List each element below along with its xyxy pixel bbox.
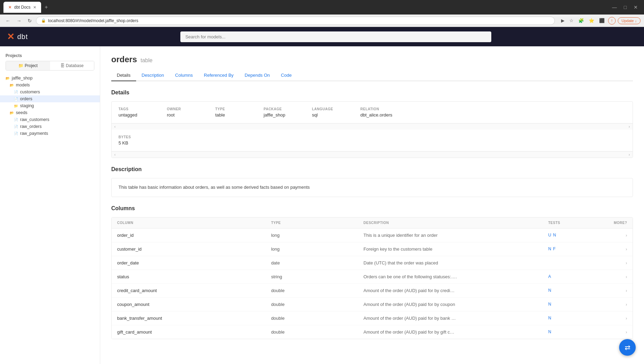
scroll-left-arrow-1[interactable]: ‹ <box>114 125 115 129</box>
cell-more-customer-id[interactable]: › <box>610 246 627 252</box>
lock-icon: 🔒 <box>41 18 46 23</box>
scroll-right-arrow-2[interactable]: › <box>629 153 630 157</box>
cell-type-order-id: long <box>271 233 363 238</box>
cell-desc-gift-card-amount: Amount of the order (AUD) paid for by gi… <box>363 329 548 335</box>
tab-close-button[interactable]: ✕ <box>33 5 36 10</box>
tab-favicon: ✕ <box>8 5 11 10</box>
tree-label-orders: orders <box>20 96 32 101</box>
new-tab-button[interactable]: + <box>42 3 50 12</box>
tree-item-orders[interactable]: 📄 orders <box>0 95 100 102</box>
tree-label-customers: customers <box>20 90 40 94</box>
minimize-button[interactable]: — <box>609 3 620 11</box>
chevron-right-icon: › <box>626 233 627 238</box>
chevron-right-icon: › <box>626 302 627 307</box>
cell-more-coupon-amount[interactable]: › <box>610 302 627 307</box>
scroll-indicator-2: ‹ › <box>112 151 633 158</box>
folder-icon: 📁 <box>18 63 23 68</box>
tree-item-customers[interactable]: 📄 customers <box>0 88 100 95</box>
details-row-2: BYTES 5 KB <box>112 130 633 151</box>
main-layout: Projects 📁 Project 🗄 Database 📂 jaffle_s… <box>0 46 644 364</box>
tab-project-label: Project <box>25 63 38 68</box>
tree-item-jaffle-shop[interactable]: 📂 jaffle_shop <box>0 75 100 82</box>
detail-type-label: TYPE <box>215 107 243 111</box>
extensions-button[interactable]: 🧩 <box>577 17 585 25</box>
bookmark-star-button[interactable]: ☆ <box>568 17 575 25</box>
tree-item-raw-payments[interactable]: 📄 raw_payments <box>0 130 100 137</box>
cell-more-order-date[interactable]: › <box>610 260 627 265</box>
cell-column-order-id: order_id <box>117 233 271 238</box>
close-window-button[interactable]: ✕ <box>631 3 641 11</box>
cell-type-order-date: date <box>271 260 363 265</box>
columns-table: COLUMN TYPE DESCRIPTION TESTS MORE? orde… <box>111 217 633 339</box>
cell-desc-status: Orders can be one of the following statu… <box>363 274 548 279</box>
profile-button[interactable]: ⭐ <box>587 17 596 25</box>
restore-button[interactable]: □ <box>621 3 629 11</box>
logo: ✕ dbt <box>7 31 28 42</box>
logo-text: dbt <box>17 33 28 41</box>
chevron-right-icon: › <box>626 261 627 265</box>
table-row: credit_card_amount double Amount of the … <box>112 284 633 298</box>
tab-project[interactable]: 📁 Project <box>6 61 50 70</box>
detail-package-value: jaffle_shop <box>264 112 291 118</box>
cell-column-gift-card-amount: gift_card_amount <box>117 329 271 335</box>
tab-description[interactable]: Description <box>136 70 170 81</box>
cell-more-bank-transfer-amount[interactable]: › <box>610 316 627 321</box>
update-button[interactable]: Update ↓ <box>618 17 641 24</box>
description-card: This table has basic information about o… <box>111 178 633 197</box>
tab-code[interactable]: Code <box>275 70 297 81</box>
address-bar[interactable]: 🔒 localhost:8080/#!/model/model.jaffle_s… <box>36 17 555 25</box>
cast-button[interactable]: ▶ <box>560 17 566 25</box>
tree-item-raw-customers[interactable]: 📄 raw_customers <box>0 116 100 123</box>
detail-type: TYPE table <box>215 107 243 118</box>
file-icon: 📄 <box>14 132 18 136</box>
tree-item-seeds[interactable]: 📂 seeds <box>0 109 100 116</box>
sidebar-toggle-button[interactable]: ⬛ <box>598 17 606 25</box>
lineage-icon: ⇄ <box>625 343 631 352</box>
file-tree: 📂 jaffle_shop 📂 models 📄 customers 📄 ord… <box>0 75 100 137</box>
file-icon: 📄 <box>14 90 18 94</box>
scroll-indicator-1: ‹ › <box>112 123 633 130</box>
lineage-fab[interactable]: ⇄ <box>619 339 636 356</box>
scroll-left-arrow-2[interactable]: ‹ <box>114 153 115 157</box>
cell-more-status[interactable]: › <box>610 274 627 279</box>
details-row-1: TAGS untagged OWNER root TYPE table PA <box>112 102 633 123</box>
forward-button[interactable]: → <box>15 17 23 25</box>
cell-tests-customer-id: N F <box>548 246 610 251</box>
scroll-right-arrow-1[interactable]: › <box>629 125 630 129</box>
cell-more-gift-card-amount[interactable]: › <box>610 329 627 335</box>
description-text: This table has basic information about o… <box>119 185 310 190</box>
tab-depends-on[interactable]: Depends On <box>239 70 275 81</box>
tab-database[interactable]: 🗄 Database <box>50 61 94 70</box>
cell-more-credit-card-amount[interactable]: › <box>610 288 627 293</box>
tree-label-raw-customers: raw_customers <box>20 117 49 122</box>
active-tab[interactable]: ✕ dbt Docs ✕ <box>3 2 41 13</box>
tree-item-raw-orders[interactable]: 📄 raw_orders <box>0 123 100 130</box>
tab-referenced-by[interactable]: Referenced By <box>198 70 239 81</box>
tree-label-staging: staging <box>20 103 34 108</box>
detail-owner: OWNER root <box>167 107 195 118</box>
account-button[interactable]: ! <box>608 17 616 25</box>
cell-desc-credit-card-amount: Amount of the order (AUD) paid for by cr… <box>363 288 548 293</box>
tab-details[interactable]: Details <box>111 70 136 81</box>
tab-bar: ✕ dbt Docs ✕ + <box>3 2 50 13</box>
tab-columns[interactable]: Columns <box>170 70 198 81</box>
chevron-right-icon: › <box>626 274 627 279</box>
tree-item-staging[interactable]: 📁 staging <box>0 102 100 109</box>
cell-column-order-date: order_date <box>117 260 271 265</box>
file-icon: 📄 <box>14 118 18 122</box>
search-input[interactable] <box>180 31 491 42</box>
cell-desc-bank-transfer-amount: Amount of the order (AUD) paid for by ba… <box>363 316 548 321</box>
content-tabs: Details Description Columns Referenced B… <box>111 70 633 81</box>
cell-tests-coupon-amount: N <box>548 302 610 307</box>
th-column: COLUMN <box>117 221 271 225</box>
navigation-bar: ← → ↻ 🔒 localhost:8080/#!/model/model.ja… <box>0 15 644 27</box>
detail-relation-label: RELATION <box>360 107 392 111</box>
th-more: MORE? <box>610 221 627 225</box>
tree-item-models[interactable]: 📂 models <box>0 82 100 88</box>
table-row: gift_card_amount double Amount of the or… <box>112 325 633 339</box>
cell-more-order-id[interactable]: › <box>610 233 627 238</box>
chevron-right-icon: › <box>626 288 627 293</box>
back-button[interactable]: ← <box>3 17 12 25</box>
refresh-button[interactable]: ↻ <box>26 17 34 25</box>
th-tests: TESTS <box>548 221 610 225</box>
